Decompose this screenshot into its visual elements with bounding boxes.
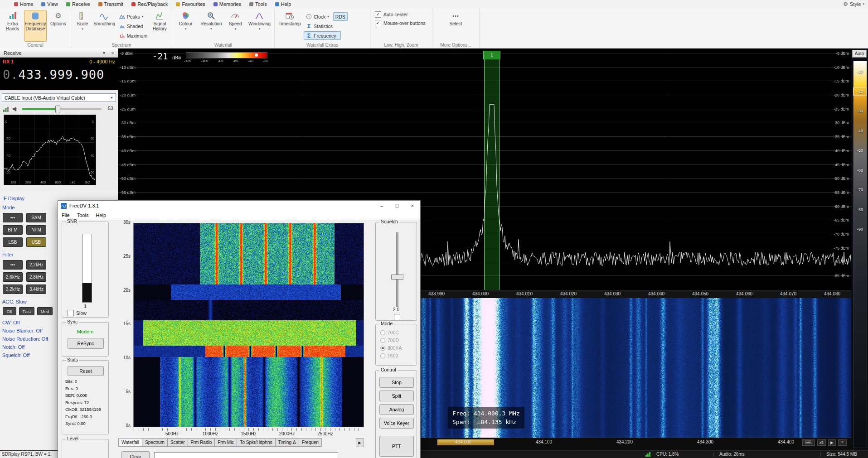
agc-button-med[interactable]: Med xyxy=(37,307,53,315)
menu-help[interactable]: Help xyxy=(92,212,110,218)
mode-button-[interactable]: ••• xyxy=(3,213,23,222)
dsp-status-squelch-off[interactable]: Squelch: Off xyxy=(2,352,48,361)
options-button[interactable]: ⚙ Options xyxy=(48,10,69,42)
filter-button-3-2khz[interactable]: 3.2kHz xyxy=(3,284,23,294)
menu-item-favourites[interactable]: Favourites xyxy=(172,0,209,8)
control-button-split[interactable]: Split xyxy=(379,391,414,401)
tab-frm-radio[interactable]: Frm Radio xyxy=(188,438,215,447)
freedv-title-bar[interactable]: FreeDV 1.3.1 – □ × xyxy=(58,201,420,211)
select-button[interactable]: ••• Select xyxy=(443,10,469,42)
menu-item-receive[interactable]: Receive xyxy=(62,0,94,8)
refresh-button[interactable] xyxy=(838,439,847,446)
mode-radio-800xa[interactable]: 800XA xyxy=(380,345,402,351)
filter-button-2-6khz[interactable]: 2.6kHz xyxy=(3,272,23,282)
tab-scroll-button[interactable]: ▶ xyxy=(356,438,364,447)
filter-button-[interactable]: ••• xyxy=(3,260,23,270)
menu-item-view[interactable]: View xyxy=(37,0,62,8)
colour-button[interactable]: Colour ▾ xyxy=(174,10,197,42)
dsp-status-notch-off[interactable]: Notch: Off xyxy=(2,344,48,352)
receive-panel-header[interactable]: Receive ▼ × xyxy=(0,48,118,58)
tab-to-spkr-hdphns[interactable]: To Spkr/Hdphns xyxy=(237,438,275,447)
mode-button-nfm[interactable]: NFM xyxy=(26,225,46,235)
extra-bands-button[interactable]: Extra Bands xyxy=(2,10,23,42)
mode-button-lsb[interactable]: LSB xyxy=(3,237,23,247)
zoom-level-button[interactable]: x5 xyxy=(817,439,826,446)
resync-button[interactable]: ReSync xyxy=(68,338,104,349)
clock-button[interactable]: Clock ▾ xyxy=(304,12,331,21)
smoothing-button[interactable]: Smoothing xyxy=(93,10,116,42)
style-selector[interactable]: ⚙ Style ▾ xyxy=(843,0,864,8)
audio-input-select[interactable]: CABLE Input (VB-Audio Virtual Cable) ▼ xyxy=(2,93,116,102)
timestamp-button[interactable]: Timestamp xyxy=(276,10,303,42)
level-meter-icon[interactable] xyxy=(3,106,9,112)
clear-button[interactable]: Clear xyxy=(121,451,150,458)
mode-radio-700c[interactable]: 700C xyxy=(380,330,399,335)
maximum-button[interactable]: Maximum xyxy=(117,31,149,40)
menu-item-memories[interactable]: Memories xyxy=(209,0,245,8)
speed-button[interactable]: Speed ▾ xyxy=(225,10,245,42)
tab-scatter[interactable]: Scatter xyxy=(168,438,188,447)
palette-marker[interactable] xyxy=(255,53,258,57)
control-button-voice-keyer[interactable]: Voice Keyer xyxy=(379,418,414,429)
ptt-button[interactable]: PTT xyxy=(379,436,414,457)
palette-scale[interactable]: -10-20-30-40-50-60-70-80-90 xyxy=(853,61,867,448)
palette-legend[interactable] xyxy=(186,52,267,58)
dsp-status-cw-off[interactable]: CW: Off xyxy=(2,320,48,328)
menu-item-transmit[interactable]: Transmit xyxy=(94,0,127,8)
maximize-button[interactable]: □ xyxy=(389,201,405,211)
mouse-over-buttons-checkbox[interactable]: ✓ Mouse-over buttons xyxy=(375,19,430,27)
minimize-button[interactable]: – xyxy=(374,201,389,211)
mode-radio-1600[interactable]: 1600 xyxy=(380,353,398,358)
close-icon[interactable]: × xyxy=(112,48,114,58)
freedv-window[interactable]: FreeDV 1.3.1 – □ × FileToolsHelp SNR 1 S… xyxy=(58,200,421,458)
filter-button-2-2khz[interactable]: 2.2kHz xyxy=(26,260,46,270)
signal-history-button[interactable]: Signal History xyxy=(150,10,170,42)
keyboard-entry-button[interactable] xyxy=(802,439,815,446)
auto-center-checkbox[interactable]: ✓ Auto center xyxy=(375,10,430,19)
dsp-status-noise-reduction-off[interactable]: Noise Reduction: Off xyxy=(2,336,48,344)
tab-timing[interactable]: Timing Δ xyxy=(276,438,299,447)
agc-button-off[interactable]: Off xyxy=(3,307,16,315)
agc-button-fast[interactable]: Fast xyxy=(19,307,34,315)
shaded-button[interactable]: Shaded xyxy=(117,22,149,30)
frequency-database-button[interactable]: Frequency Database xyxy=(24,10,46,42)
speaker-icon[interactable] xyxy=(12,106,18,112)
freedv-text-input[interactable] xyxy=(154,452,338,458)
reset-button[interactable]: Reset xyxy=(68,366,104,376)
frequency-display[interactable]: RX 1 0 - 4000 Hz 0.433.999.900 xyxy=(0,58,118,90)
signal-marker[interactable]: 1 xyxy=(483,51,500,59)
frequency-button[interactable]: Σ Frequency xyxy=(304,31,341,40)
squelch-slider[interactable] xyxy=(396,232,398,307)
dsp-status-noise-blanker-off[interactable]: Noise Blanker: Off xyxy=(2,328,48,336)
control-button-analog[interactable]: Analog xyxy=(379,404,414,415)
resolution-button[interactable]: Resolution ▾ xyxy=(198,10,224,42)
tab-waterfall[interactable]: Waterfall xyxy=(118,438,142,447)
menu-item-tools[interactable]: Tools xyxy=(245,0,271,8)
statistics-button[interactable]: Σ Statistics xyxy=(304,22,367,30)
windowing-button[interactable]: Windowing ▾ xyxy=(247,10,272,42)
filter-button-3-4khz[interactable]: 3.4kHz xyxy=(26,284,46,294)
menu-tools[interactable]: Tools xyxy=(73,212,92,218)
menu-item-help[interactable]: Help xyxy=(271,0,296,8)
mode-radio-700d[interactable]: 700D xyxy=(380,337,399,343)
tab-frequen[interactable]: Frequen xyxy=(299,438,322,447)
snr-slow-checkbox[interactable]: Slow xyxy=(68,310,87,316)
menu-file[interactable]: File xyxy=(58,212,73,218)
rds-button[interactable]: RDS xyxy=(333,12,348,21)
auto-button[interactable]: Auto xyxy=(852,50,867,58)
squelch-slider-handle[interactable] xyxy=(391,275,403,280)
scale-button[interactable]: Scale ▾ xyxy=(73,10,92,42)
pin-icon[interactable]: ▼ xyxy=(102,48,106,58)
squelch-checkbox[interactable] xyxy=(394,314,400,320)
close-button[interactable]: × xyxy=(405,201,420,211)
mode-button-sam[interactable]: SAM xyxy=(26,213,46,222)
mode-button-bfm[interactable]: BFM xyxy=(3,225,23,235)
mode-button-usb[interactable]: USB xyxy=(26,237,46,247)
menu-item-home[interactable]: Home xyxy=(10,0,37,8)
volume-slider[interactable] xyxy=(22,108,102,110)
volume-slider-handle[interactable] xyxy=(55,106,60,113)
filter-button-2-8khz[interactable]: 2.8kHz xyxy=(26,272,46,282)
tab-spectrum[interactable]: Spectrum xyxy=(142,438,168,447)
control-button-stop[interactable]: Stop xyxy=(379,377,414,388)
scroll-right-button[interactable]: ▶ xyxy=(828,439,836,446)
